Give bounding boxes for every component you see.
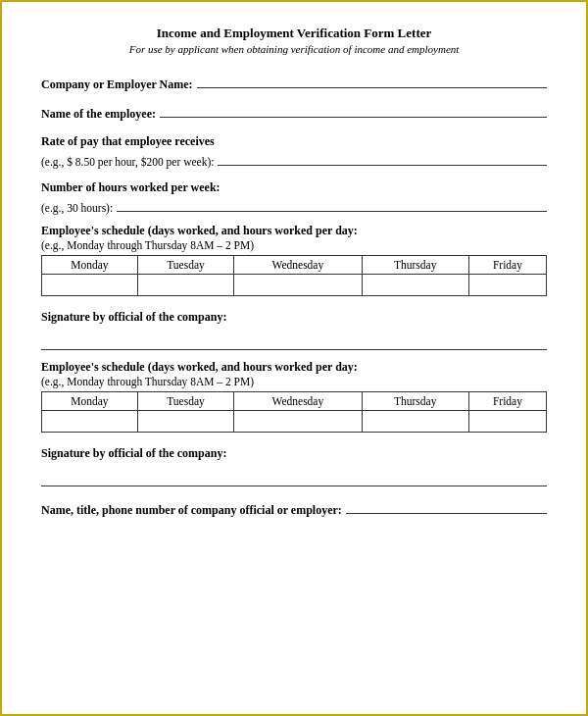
schedule1-label: Employee's schedule (days worked, and ho…: [41, 224, 547, 238]
table-row[interactable]: [234, 411, 362, 433]
signature1-section: Signature by official of the company:: [41, 310, 547, 350]
table-row[interactable]: [137, 275, 233, 296]
col-tuesday-2: Tuesday: [137, 392, 233, 411]
signature2-section: Signature by official of the company:: [41, 446, 547, 486]
rate-hint: (e.g., $ 8.50 per hour, $200 per week):: [41, 156, 214, 168]
col-thursday-1: Thursday: [362, 256, 468, 275]
hours-hint: (e.g., 30 hours):: [41, 202, 113, 214]
company-field-section: Company or Employer Name:: [41, 73, 547, 92]
col-friday-1: Friday: [468, 256, 546, 275]
table-row[interactable]: [468, 275, 546, 296]
signature2-label: Signature by official of the company:: [41, 446, 547, 461]
employee-input[interactable]: [160, 102, 547, 118]
rate-field-section: Rate of pay that employee receives (e.g.…: [41, 131, 547, 168]
table-row[interactable]: [42, 411, 138, 433]
col-monday-2: Monday: [42, 392, 138, 411]
schedule2-hint: (e.g., Monday through Thursday 8AM – 2 P…: [41, 376, 547, 387]
company-input[interactable]: [197, 73, 547, 88]
hours-field-section: Number of hours worked per week: (e.g., …: [41, 178, 547, 214]
col-thursday-2: Thursday: [362, 392, 468, 411]
signature2-line[interactable]: [41, 465, 547, 486]
schedule2-section: Employee's schedule (days worked, and ho…: [41, 360, 547, 433]
col-friday-2: Friday: [468, 392, 546, 411]
company-label: Company or Employer Name: [41, 77, 189, 92]
table-row[interactable]: [42, 275, 138, 296]
employee-label: Name of the employee: [41, 107, 152, 122]
name-title-label: Name, title, phone number of company off…: [41, 503, 338, 518]
rate-label: Rate of pay that employee receives: [41, 134, 215, 148]
schedule1-hint: (e.g., Monday through Thursday 8AM – 2 P…: [41, 239, 547, 251]
name-title-section: Name, title, phone number of company off…: [41, 498, 547, 518]
name-title-input[interactable]: [346, 498, 547, 514]
employee-field-section: Name of the employee:: [41, 102, 547, 122]
col-monday-1: Monday: [42, 256, 138, 275]
table-row[interactable]: [362, 411, 468, 433]
schedule2-label: Employee's schedule (days worked, and ho…: [41, 360, 547, 375]
col-tuesday-1: Tuesday: [137, 256, 233, 275]
schedule1-section: Employee's schedule (days worked, and ho…: [41, 224, 547, 296]
table-row[interactable]: [468, 411, 546, 433]
hours-input[interactable]: [117, 196, 547, 212]
schedule1-table: Monday Tuesday Wednesday Thursday Friday: [41, 255, 547, 296]
page-container: Income and Employment Verification Form …: [0, 0, 588, 716]
page-title: Income and Employment Verification Form …: [41, 26, 547, 41]
page-subtitle: For use by applicant when obtaining veri…: [41, 43, 547, 55]
table-row[interactable]: [362, 275, 468, 296]
signature1-line[interactable]: [41, 329, 547, 350]
col-wednesday-1: Wednesday: [234, 256, 362, 275]
col-wednesday-2: Wednesday: [234, 392, 362, 411]
rate-input[interactable]: [218, 150, 547, 166]
table-row[interactable]: [234, 275, 362, 296]
schedule2-table: Monday Tuesday Wednesday Thursday Friday: [41, 391, 547, 433]
table-row[interactable]: [137, 411, 233, 433]
signature1-label: Signature by official of the company:: [41, 310, 547, 325]
hours-label: Number of hours worked per week: [41, 180, 217, 194]
